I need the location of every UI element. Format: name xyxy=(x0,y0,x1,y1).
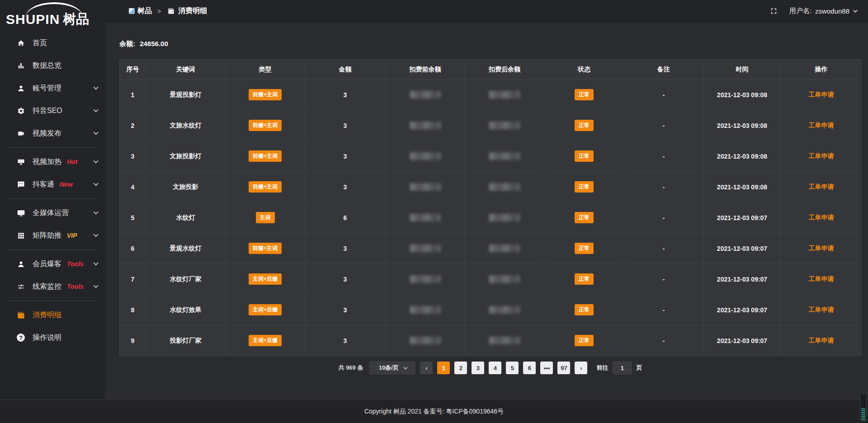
ticket-apply-link[interactable]: 工单申请 xyxy=(809,275,834,282)
cell-index: 4 xyxy=(120,172,146,202)
cell-balance-after xyxy=(465,80,544,110)
ticket-apply-link[interactable]: 工单申请 xyxy=(809,91,834,98)
sidebar-item-抖音SEO[interactable]: 抖音SEO xyxy=(0,99,105,122)
page-button-2[interactable]: 2 xyxy=(454,362,467,374)
cell-balance-before xyxy=(386,202,465,233)
blurred-value xyxy=(489,275,520,283)
sidebar-item-视频发布[interactable]: 视频发布 xyxy=(0,122,105,145)
cell-keyword: 文旅水纹灯 xyxy=(146,110,226,141)
cell-action: 工单申请 xyxy=(781,233,862,264)
chevron-down-icon xyxy=(853,8,858,13)
cell-balance-after xyxy=(465,141,544,172)
cell-index: 6 xyxy=(120,233,146,264)
ticket-apply-link[interactable]: 工单申请 xyxy=(809,306,834,313)
goto-page-input[interactable] xyxy=(612,361,632,375)
monitor-icon xyxy=(16,209,25,217)
prev-page-button[interactable]: ‹ xyxy=(420,362,433,374)
chevron-down-icon xyxy=(93,107,98,112)
status-badge: 正常 xyxy=(575,212,594,223)
ticket-apply-link[interactable]: 工单申请 xyxy=(809,214,834,221)
table-row: 5水纹灯主词6正常-2021-12-03 09:07工单申请 xyxy=(120,202,862,233)
page-button-3[interactable]: 3 xyxy=(472,362,484,374)
chevron-down-icon xyxy=(93,85,98,89)
cell-amount: 3 xyxy=(305,80,386,110)
copyright-text: Copyright 树品 2021 备案号: 粤ICP备09019646号 xyxy=(364,408,504,416)
user-dropdown[interactable]: 用户名: zswodun88 xyxy=(789,7,856,15)
cell-type: 主词+后缀 xyxy=(226,325,305,356)
breadcrumb-item-树品[interactable]: 树品 xyxy=(129,6,152,16)
cell-balance-before xyxy=(386,172,465,202)
cell-amount: 6 xyxy=(305,202,386,233)
goto-label: 前往 xyxy=(596,364,608,372)
cell-status: 正常 xyxy=(544,172,624,202)
page-size-select[interactable]: 10条/页 xyxy=(369,361,415,375)
column-header-金额: 金额 xyxy=(305,60,386,80)
ticket-apply-link[interactable]: 工单申请 xyxy=(809,337,834,344)
blurred-value xyxy=(489,152,520,160)
cell-status: 正常 xyxy=(544,80,624,110)
ticket-apply-link[interactable]: 工单申请 xyxy=(809,152,834,160)
page-button-4[interactable]: 4 xyxy=(489,362,501,374)
table-header-row: 序号关键词类型金额扣费前余额扣费后余额状态备注时间操作 xyxy=(120,60,862,80)
page-size-value: 10条/页 xyxy=(379,364,399,372)
sidebar-item-消费明细[interactable]: 消费明细 xyxy=(0,304,105,326)
cell-amount: 3 xyxy=(305,141,386,172)
breadcrumb-item-消费明细[interactable]: 消费明细 xyxy=(166,6,207,16)
cell-index: 3 xyxy=(120,141,146,172)
chevron-down-icon xyxy=(93,232,98,237)
page-button-6[interactable]: 6 xyxy=(523,362,536,374)
more-pages-button[interactable]: ••• xyxy=(540,362,553,374)
page-button-5[interactable]: 5 xyxy=(506,362,519,374)
cell-status: 正常 xyxy=(544,264,624,295)
cell-balance-before xyxy=(386,295,465,325)
blurred-value xyxy=(410,183,441,191)
wallet-icon xyxy=(166,8,175,14)
type-badge: 主词+后缀 xyxy=(249,273,282,285)
sidebar-item-操作说明[interactable]: ?操作说明 xyxy=(0,326,105,349)
sidebar-item-视频加热[interactable]: 视频加热Hot xyxy=(0,150,105,173)
ticket-apply-link[interactable]: 工单申请 xyxy=(809,183,834,190)
cell-remark: - xyxy=(624,141,703,172)
chevron-down-icon xyxy=(93,130,98,135)
type-badge: 前缀+主词 xyxy=(249,120,282,131)
cell-index: 5 xyxy=(120,202,146,233)
app-logo[interactable]: SHUPIN 树品 xyxy=(0,0,105,30)
question-icon: ? xyxy=(16,334,25,342)
blurred-value xyxy=(410,214,441,221)
sidebar-item-首页[interactable]: 首页 xyxy=(0,32,105,54)
cell-remark: - xyxy=(624,233,703,264)
page-button-1[interactable]: 1 xyxy=(437,362,450,374)
breadcrumb: 树品>消费明细 xyxy=(129,6,207,16)
scrollbar-thumb xyxy=(861,409,865,420)
sidebar-item-线索监控[interactable]: 线索监控Tools xyxy=(0,275,105,298)
cell-keyword: 水纹灯 xyxy=(146,202,226,233)
fullscreen-icon[interactable] xyxy=(770,7,778,15)
cell-type: 前缀+主词 xyxy=(226,110,305,141)
cell-status: 正常 xyxy=(544,110,624,141)
sidebar-item-抖客通[interactable]: 抖客通New xyxy=(0,173,105,196)
cell-remark: - xyxy=(624,172,703,202)
cell-type: 前缀+主词 xyxy=(226,80,305,110)
footer: Copyright 树品 2021 备案号: 粤ICP备09019646号 xyxy=(0,400,868,423)
sidebar-item-label: 操作说明 xyxy=(33,333,61,343)
column-header-扣费前余额: 扣费前余额 xyxy=(386,60,465,80)
page-button-97[interactable]: 97 xyxy=(557,362,570,374)
ticket-apply-link[interactable]: 工单申请 xyxy=(809,122,834,129)
sidebar-item-账号管理[interactable]: 账号管理 xyxy=(0,77,105,99)
ticket-apply-link[interactable]: 工单申请 xyxy=(809,244,834,252)
column-header-类型: 类型 xyxy=(226,60,305,80)
table-row: 4文旅投影前缀+主词3正常-2021-12-03 09:08工单申请 xyxy=(120,172,862,202)
sidebar-item-全媒体运营[interactable]: 全媒体运营 xyxy=(0,202,105,224)
chevron-down-icon xyxy=(93,283,98,288)
cell-time: 2021-12-03 09:08 xyxy=(703,141,781,172)
type-badge: 前缀+主词 xyxy=(249,243,282,254)
cell-time: 2021-12-03 09:07 xyxy=(703,325,781,356)
cell-keyword: 文旅投影灯 xyxy=(146,141,226,172)
sidebar-item-矩阵助推[interactable]: 矩阵助推VIP xyxy=(0,224,105,247)
status-badge: 正常 xyxy=(575,150,594,162)
scrollbar-widget[interactable] xyxy=(860,394,867,422)
next-page-button[interactable]: › xyxy=(575,362,587,374)
sidebar-item-数据总览[interactable]: 数据总览 xyxy=(0,54,105,77)
cell-time: 2021-12-03 09:07 xyxy=(703,295,781,325)
sidebar-item-会员爆客[interactable]: 会员爆客Tools xyxy=(0,253,105,275)
